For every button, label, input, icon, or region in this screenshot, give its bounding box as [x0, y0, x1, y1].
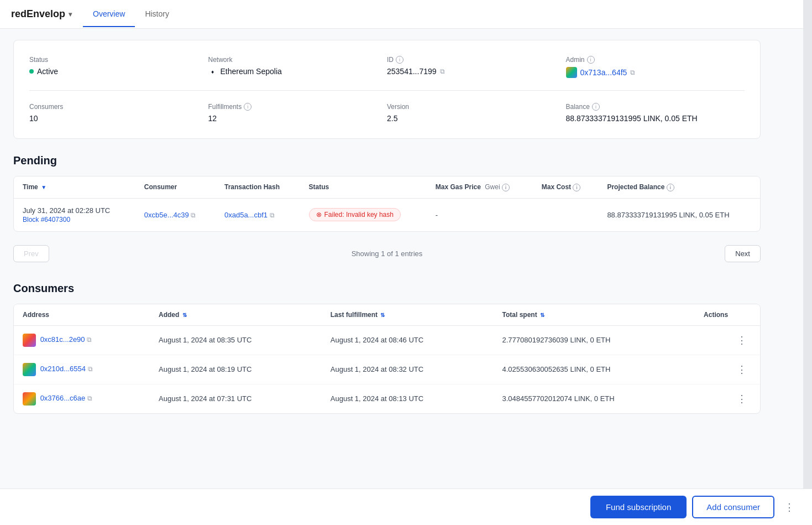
fulfillments-section: Fulfillments i 12: [208, 98, 387, 127]
header: redEnvelop ▾ Overview History: [0, 0, 812, 29]
consumers-table: Address Added ⇅ Last fulfillment ⇅ Total…: [14, 304, 760, 413]
cell-consumer: 0xcb5e...4c39 ⧉: [135, 198, 216, 231]
chevron-down-icon: ▾: [69, 11, 72, 18]
th-added: Added ⇅: [150, 304, 322, 326]
admin-copy-icon[interactable]: ⧉: [630, 69, 635, 76]
pending-table-header-row: Time ▼ Consumer Transaction Hash Status …: [14, 176, 760, 198]
scrollbar: [803, 0, 812, 478]
added-sort-icon[interactable]: ⇅: [182, 312, 187, 318]
next-button[interactable]: Next: [725, 245, 761, 262]
cell-address-2: 0x210d...6554 ⧉: [14, 355, 150, 384]
pending-table-head: Time ▼ Consumer Transaction Hash Status …: [14, 176, 760, 198]
info-card: Status Active Network ⬧ Ethereum Sepolia: [13, 40, 761, 139]
version-label: Version: [387, 103, 566, 111]
pending-table-container: Time ▼ Consumer Transaction Hash Status …: [13, 176, 761, 232]
cell-added-3: August 1, 2024 at 07:31 UTC: [150, 384, 322, 413]
bottom-spacer: [13, 423, 761, 467]
th-total-spent: Total spent ⇅: [494, 304, 695, 326]
admin-section: Admin i 0x713a...64f5 ⧉: [566, 51, 745, 82]
addr1-copy-icon[interactable]: ⧉: [87, 336, 92, 344]
pending-table-body: July 31, 2024 at 02:28 UTC Block #640730…: [14, 198, 760, 231]
consumer-avatar-1: [23, 334, 36, 347]
main-content: Status Active Network ⬧ Ethereum Sepolia: [0, 29, 774, 478]
consumers-table-body: 0xc81c...2e90 ⧉ August 1, 2024 at 08:35 …: [14, 325, 760, 413]
consumers-title: Consumers: [13, 282, 761, 295]
cell-actions-1: ⋮: [695, 325, 760, 355]
fulfillments-value: 12: [208, 114, 387, 123]
admin-info-icon[interactable]: i: [587, 56, 595, 64]
row3-actions-menu[interactable]: ⋮: [732, 391, 751, 407]
balance-label: Balance i: [566, 103, 745, 111]
consumers-count-label: Consumers: [29, 103, 208, 111]
version-section: Version 2.5: [387, 98, 566, 127]
cell-fulfillment-3: August 1, 2024 at 08:13 UTC: [322, 384, 494, 413]
row1-actions-menu[interactable]: ⋮: [732, 332, 751, 348]
cell-fulfillment-2: August 1, 2024 at 08:32 UTC: [322, 355, 494, 384]
block-link[interactable]: Block #6407300: [23, 216, 70, 223]
consumers-section: Consumers Address Added ⇅ Last fulfillme…: [13, 282, 761, 414]
info-divider: [29, 90, 745, 91]
tab-overview[interactable]: Overview: [83, 2, 135, 27]
cell-max-cost: [533, 198, 599, 231]
consumer-avatar-3: [23, 392, 36, 406]
cell-max-gas: -: [427, 198, 533, 231]
consumer-copy-icon[interactable]: ⧉: [191, 211, 196, 219]
version-value: 2.5: [387, 114, 566, 123]
th-consumer: Consumer: [135, 176, 216, 198]
cell-spent-2: 4.025530630052635 LINK, 0 ETH: [494, 355, 695, 384]
prev-button[interactable]: Prev: [13, 245, 49, 262]
pending-table: Time ▼ Consumer Transaction Hash Status …: [14, 176, 760, 231]
cell-address-3: 0x3766...c6ae ⧉: [14, 384, 150, 413]
row2-actions-menu[interactable]: ⋮: [732, 362, 751, 377]
id-label: ID i: [387, 56, 566, 64]
cell-actions-2: ⋮: [695, 355, 760, 384]
status-label: Status: [29, 56, 208, 64]
th-address: Address: [14, 304, 150, 326]
table-row: 0x210d...6554 ⧉ August 1, 2024 at 08:19 …: [14, 355, 760, 384]
fulfillments-label: Fulfillments i: [208, 103, 387, 111]
fulfillments-info-icon[interactable]: i: [244, 103, 252, 111]
cell-spent-3: 3.0484557702012074 LINK, 0 ETH: [494, 384, 695, 413]
network-label: Network: [208, 56, 387, 64]
table-row: July 31, 2024 at 02:28 UTC Block #640730…: [14, 198, 760, 231]
page-info: Showing 1 of 1 entries: [352, 249, 423, 258]
balance-section: Balance i 88.873333719131995 LINK, 0.05 …: [566, 98, 745, 127]
consumers-header-row: Address Added ⇅ Last fulfillment ⇅ Total…: [14, 304, 760, 326]
th-status: Status: [300, 176, 427, 198]
fulfillment-sort-icon[interactable]: ⇅: [380, 312, 385, 318]
max-cost-info-icon[interactable]: i: [573, 184, 580, 191]
th-tx-hash: Transaction Hash: [216, 176, 300, 198]
projected-balance-info-icon[interactable]: i: [667, 184, 674, 191]
nav-tabs: Overview History: [83, 2, 179, 27]
table-row: 0xc81c...2e90 ⧉ August 1, 2024 at 08:35 …: [14, 325, 760, 355]
app-name-button[interactable]: redEnvelop ▾: [11, 8, 72, 20]
info-grid-row2: Consumers 10 Fulfillments i 12 Versi: [29, 98, 745, 127]
balance-value: 88.873333719131995 LINK, 0.05 ETH: [566, 114, 745, 123]
consumers-count-value: 10: [29, 114, 208, 123]
cell-added-2: August 1, 2024 at 08:19 UTC: [150, 355, 322, 384]
id-copy-icon[interactable]: ⧉: [440, 67, 445, 75]
failed-icon: ⊗: [316, 211, 322, 219]
status-dot-icon: [29, 69, 34, 74]
spent-sort-icon[interactable]: ⇅: [540, 312, 544, 318]
addr2-copy-icon[interactable]: ⧉: [88, 365, 93, 373]
th-last-fulfillment: Last fulfillment ⇅: [322, 304, 494, 326]
network-section: Network ⬧ Ethereum Sepolia: [208, 51, 387, 82]
admin-value: 0x713a...64f5 ⧉: [566, 67, 745, 78]
ethereum-icon: ⬧: [208, 67, 217, 76]
addr3-copy-icon[interactable]: ⧉: [87, 394, 92, 402]
id-value: 253541...7199 ⧉: [387, 67, 566, 76]
balance-info-icon[interactable]: i: [592, 103, 600, 111]
status-value: Active: [29, 67, 208, 76]
max-gas-info-icon[interactable]: i: [502, 184, 510, 191]
txhash-copy-icon[interactable]: ⧉: [270, 211, 275, 219]
admin-label: Admin i: [566, 56, 745, 64]
id-info-icon[interactable]: i: [396, 56, 404, 64]
cell-time: July 31, 2024 at 02:28 UTC Block #640730…: [14, 198, 135, 231]
consumers-table-head: Address Added ⇅ Last fulfillment ⇅ Total…: [14, 304, 760, 326]
table-row: 0x3766...c6ae ⧉ August 1, 2024 at 07:31 …: [14, 384, 760, 413]
th-max-cost: Max Cost i: [533, 176, 599, 198]
tab-history[interactable]: History: [135, 2, 179, 27]
info-grid-row1: Status Active Network ⬧ Ethereum Sepolia: [29, 51, 745, 82]
time-sort-icon[interactable]: ▼: [41, 184, 46, 190]
